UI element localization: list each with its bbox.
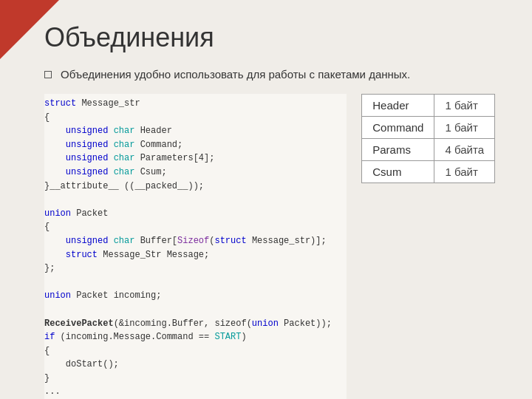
table-field: Header xyxy=(362,95,434,117)
page-title: Объединения xyxy=(44,22,495,53)
content-area: struct Message_str { unsigned char Heade… xyxy=(44,94,495,399)
table-row: Csum1 байт xyxy=(362,161,495,183)
table-value: 1 байт xyxy=(434,161,495,183)
table-field: Csum xyxy=(362,161,434,183)
table-field: Command xyxy=(362,117,434,139)
table-value: 1 байт xyxy=(434,117,495,139)
bullet-icon xyxy=(44,71,52,78)
table-row: Command1 байт xyxy=(362,117,495,139)
table-value: 4 байта xyxy=(434,139,495,161)
table-value: 1 байт xyxy=(434,95,495,117)
bullet-text: Объединения удобно использовать для рабо… xyxy=(61,68,410,81)
info-table: Header1 байтCommand1 байтParams4 байтаCs… xyxy=(361,94,495,183)
table-row: Header1 байт xyxy=(362,95,495,117)
bullet-point: Объединения удобно использовать для рабо… xyxy=(44,68,495,81)
table-field: Params xyxy=(362,139,434,161)
code-block: struct Message_str { unsigned char Heade… xyxy=(44,94,347,399)
page-container: Объединения Объединения удобно использов… xyxy=(0,0,532,399)
table-row: Params4 байта xyxy=(362,139,495,161)
